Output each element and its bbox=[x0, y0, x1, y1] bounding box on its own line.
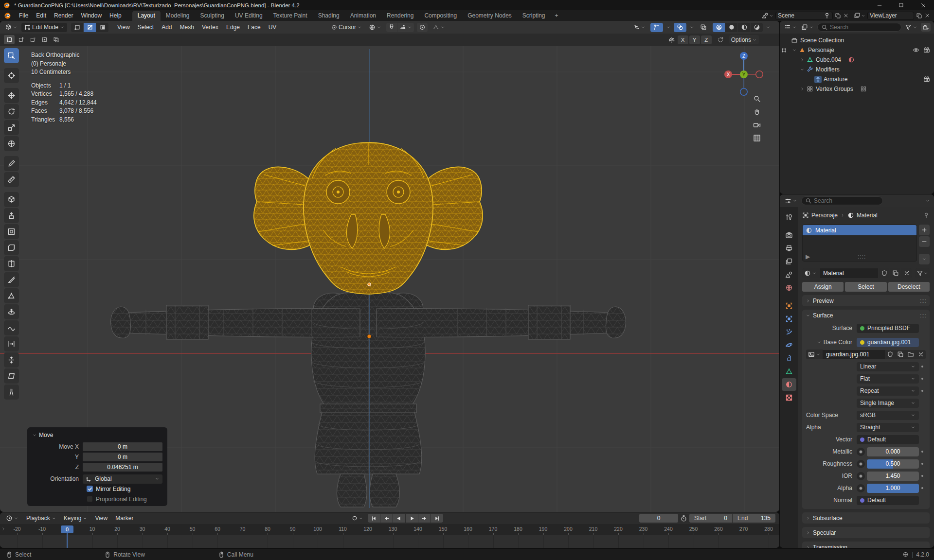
sel-invert-button[interactable] bbox=[39, 35, 50, 44]
workspace-tab-rendering[interactable]: Rendering bbox=[381, 11, 419, 21]
tool-inset-faces[interactable] bbox=[4, 224, 19, 239]
xray-toggle[interactable] bbox=[697, 23, 710, 32]
breadcrumb-material[interactable]: Material bbox=[857, 212, 878, 219]
properties-tab-constraints[interactable] bbox=[782, 352, 796, 365]
visibility-dropdown[interactable] bbox=[631, 23, 647, 32]
image-name-input[interactable] bbox=[826, 351, 881, 358]
outliner-item-personaje[interactable]: Personaje bbox=[780, 45, 934, 55]
stopwatch-icon[interactable] bbox=[680, 515, 687, 522]
tool-rip-region[interactable] bbox=[4, 385, 19, 400]
workspace-tab-compositing[interactable]: Compositing bbox=[419, 11, 462, 21]
tool-scale[interactable] bbox=[4, 120, 19, 135]
expander[interactable] bbox=[798, 57, 806, 62]
eye-toggle[interactable] bbox=[913, 47, 919, 53]
move-operator-panel[interactable]: Move Move X0 mY0 mZ0.046251 m Orientatio… bbox=[27, 427, 167, 506]
play-button[interactable] bbox=[406, 514, 418, 523]
workspace-tab-layout[interactable]: Layout bbox=[132, 11, 161, 21]
tool-shear[interactable] bbox=[4, 368, 19, 384]
grip-dots[interactable]: :::: bbox=[920, 312, 926, 319]
grip-dots[interactable]: :::: bbox=[858, 253, 866, 260]
properties-tab-material[interactable] bbox=[782, 378, 796, 391]
workspace-tab-sculpting[interactable]: Sculpting bbox=[195, 11, 230, 21]
timeline-editor[interactable]: PlaybackKeyingViewMarker 0 Start 0 End 1… bbox=[0, 512, 779, 548]
zoom-button[interactable] bbox=[753, 95, 761, 103]
properties-tab-scene[interactable] bbox=[782, 268, 796, 281]
scene-delete-button[interactable] bbox=[843, 13, 849, 18]
tool-annotate[interactable] bbox=[4, 156, 19, 171]
surface-panel[interactable]: Surface :::: Surface Principled BSDF Bas… bbox=[802, 310, 930, 509]
expand-icon[interactable]: ▶ bbox=[806, 253, 810, 260]
display-mode-dropdown[interactable] bbox=[783, 23, 798, 32]
workspace-tab-uv-editing[interactable]: UV Editing bbox=[230, 11, 268, 21]
material-specials-button[interactable] bbox=[915, 268, 930, 278]
jump-to-end-button[interactable] bbox=[431, 514, 443, 523]
gizmo-z-neg-axis[interactable] bbox=[740, 88, 747, 95]
tool-add-cube[interactable] bbox=[4, 192, 19, 207]
image-setting-dropdown[interactable]: Single Image bbox=[857, 399, 919, 408]
edge-select-mode-button[interactable] bbox=[84, 23, 96, 32]
unlink-material-button[interactable] bbox=[901, 268, 912, 278]
properties-tab-tool[interactable] bbox=[782, 211, 796, 224]
frame-start-field[interactable]: Start 0 bbox=[689, 514, 732, 523]
properties-tab-output[interactable] bbox=[782, 242, 796, 255]
normal-field[interactable]: Default bbox=[857, 496, 919, 505]
snap-target-dropdown[interactable] bbox=[397, 23, 414, 32]
alpha-slider[interactable]: 1.000 bbox=[867, 484, 919, 493]
properties-editor[interactable]: Personaje Material Material ▶ :::: bbox=[780, 194, 934, 548]
3d-viewport[interactable]: Edit Mode ViewSelectAddMeshVertexEdgeFac… bbox=[0, 21, 779, 512]
outliner-search[interactable] bbox=[817, 23, 901, 32]
chevron-down-icon[interactable] bbox=[817, 340, 822, 345]
properties-tab-render[interactable] bbox=[782, 229, 796, 242]
transform-pivot-dropdown[interactable]: Cursor bbox=[329, 23, 364, 32]
editor-type-button[interactable] bbox=[784, 196, 798, 206]
menu-window[interactable]: Window bbox=[77, 10, 106, 21]
mirror-axis-z-toggle[interactable]: Z bbox=[701, 35, 712, 44]
auto-keying-toggle[interactable] bbox=[349, 514, 365, 523]
image-setting-dropdown[interactable]: Flat bbox=[857, 374, 919, 384]
camera-view-button[interactable] bbox=[753, 121, 761, 129]
breadcrumb-object[interactable]: Personaje bbox=[811, 212, 838, 219]
filter-dropdown[interactable] bbox=[904, 23, 918, 32]
pan-button[interactable] bbox=[753, 108, 761, 116]
viewlayer-copy-button[interactable] bbox=[916, 13, 922, 19]
current-frame-field[interactable]: 0 bbox=[639, 514, 678, 523]
mode-dropdown[interactable]: Edit Mode bbox=[21, 23, 67, 32]
shading-solid-button[interactable] bbox=[725, 23, 737, 32]
properties-tab-physics[interactable] bbox=[782, 339, 796, 351]
add-slot-button[interactable] bbox=[919, 225, 930, 235]
image-fake-user-button[interactable] bbox=[885, 350, 895, 359]
viewport-menu-uv[interactable]: UV bbox=[265, 24, 281, 31]
workspace-tab-texture-paint[interactable]: Texture Paint bbox=[268, 11, 313, 21]
menu-help[interactable]: Help bbox=[106, 10, 126, 21]
timeline-track-area[interactable] bbox=[0, 535, 779, 548]
roughness-slider[interactable]: 0.500 bbox=[867, 459, 919, 469]
properties-tab-object-data[interactable] bbox=[782, 365, 796, 378]
outliner-item-armature[interactable]: Armature bbox=[780, 74, 934, 84]
socket-button[interactable] bbox=[857, 472, 865, 480]
menu-file[interactable]: File bbox=[15, 10, 32, 21]
viewlayer-browse-button[interactable] bbox=[854, 12, 865, 19]
viewport-menu-add[interactable]: Add bbox=[158, 24, 176, 31]
unlink-image-button[interactable] bbox=[916, 350, 926, 359]
sel-intersect-button[interactable] bbox=[51, 35, 61, 44]
tool-extrude-region[interactable] bbox=[4, 208, 19, 223]
vector-field[interactable]: Default bbox=[857, 435, 919, 444]
duplicate-material-button[interactable] bbox=[890, 268, 900, 278]
alpha-mode-dropdown[interactable]: Straight bbox=[857, 423, 919, 432]
scene-copy-button[interactable] bbox=[835, 13, 841, 19]
workspace-tab-geometry-nodes[interactable]: Geometry Nodes bbox=[462, 11, 517, 21]
outliner-item-cube-004[interactable]: Cube.004 bbox=[780, 55, 934, 65]
move-field-x[interactable]: 0 m bbox=[83, 442, 162, 451]
image-name-field[interactable] bbox=[823, 350, 885, 359]
mirror-axis-y-toggle[interactable]: Y bbox=[689, 35, 700, 44]
scene-browse-button[interactable] bbox=[762, 12, 773, 19]
image-setting-dropdown[interactable]: Linear bbox=[857, 362, 919, 371]
timeline-menu-marker[interactable]: Marker bbox=[111, 515, 137, 522]
region-expand-chevron[interactable] bbox=[1, 526, 6, 531]
tool-measure[interactable] bbox=[4, 172, 19, 187]
snap-base-icon[interactable] bbox=[717, 36, 724, 43]
sel-new-button[interactable] bbox=[4, 35, 15, 44]
minimize-button[interactable] bbox=[868, 0, 890, 10]
shading-rendered-button[interactable] bbox=[751, 23, 763, 32]
outliner-item-scene-collection[interactable]: Scene Collection bbox=[780, 35, 934, 45]
